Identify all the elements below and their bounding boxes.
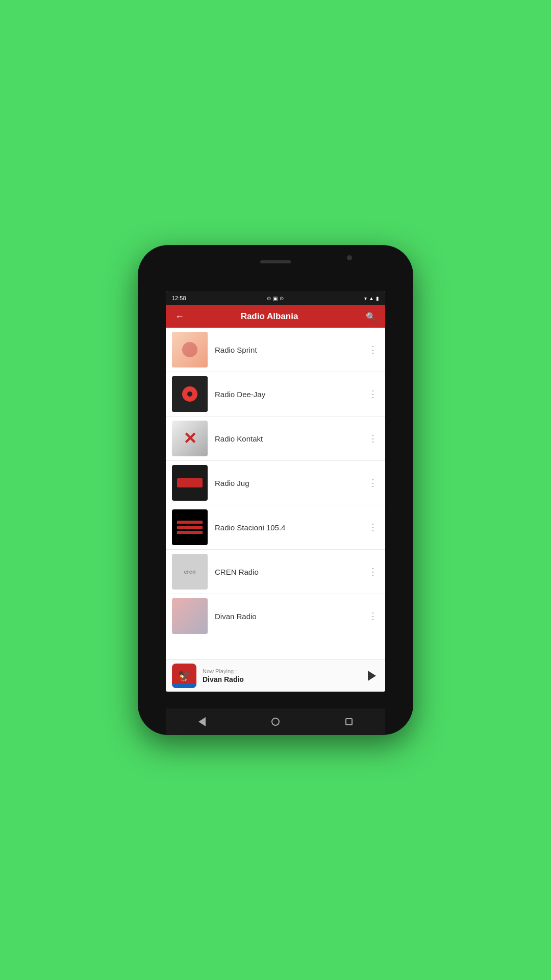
station-menu-button[interactable]: ⋮: [366, 431, 379, 446]
station-menu-button[interactable]: ⋮: [366, 520, 379, 535]
status-icons: ⊙ ▣ ⊙: [267, 296, 284, 301]
phone-frame: 12:58 ⊙ ▣ ⊙ ▾ ▲ ▮ ← Radio Albania 🔍: [138, 245, 413, 735]
status-time: 12:58: [172, 295, 186, 301]
station-menu-button[interactable]: ⋮: [366, 475, 379, 491]
station-thumbnail: cren: [172, 554, 208, 590]
station-name: Radio Dee-Jay: [215, 390, 366, 399]
now-playing-app-icon: 🦅: [172, 664, 196, 688]
now-playing-station: Divan Radio: [203, 675, 363, 683]
nav-home-icon: [271, 718, 280, 726]
station-menu-button[interactable]: ⋮: [366, 564, 379, 579]
app-bar: ← Radio Albania 🔍: [166, 305, 385, 328]
station-thumbnail: [172, 376, 208, 412]
thumbnail-image: [172, 465, 208, 501]
icon-stripe: [172, 684, 196, 688]
thumbnail-image: cren: [172, 554, 208, 590]
station-menu-button[interactable]: ⋮: [366, 608, 379, 624]
nav-back-icon: [198, 717, 206, 726]
app-bar-title: Radio Albania: [191, 311, 347, 322]
station-thumbnail: [172, 598, 208, 634]
play-icon: [368, 671, 376, 681]
station-item[interactable]: cren CREN Radio ⋮: [166, 550, 385, 594]
station-thumbnail: [172, 332, 208, 368]
navigation-bar: [166, 708, 385, 735]
wifi-icon: ▾: [364, 296, 367, 301]
now-playing-bar[interactable]: 🦅 Now Playing : Divan Radio: [166, 659, 385, 692]
station-name: CREN Radio: [215, 568, 366, 576]
station-thumbnail: [172, 421, 208, 456]
station-thumbnail: [172, 465, 208, 501]
eagle-icon: 🦅: [178, 670, 191, 682]
notification-icon: ⊙: [267, 296, 271, 301]
station-name: Radio Stacioni 105.4: [215, 523, 366, 532]
station-item[interactable]: Divan Radio ⋮: [166, 594, 385, 638]
play-button[interactable]: [363, 668, 379, 684]
station-menu-button[interactable]: ⋮: [366, 386, 379, 402]
now-playing-label: Now Playing :: [203, 668, 363, 674]
back-button[interactable]: ←: [172, 308, 187, 325]
thumbnail-image: [172, 509, 208, 545]
station-thumbnail: [172, 509, 208, 545]
sd-card-icon: ▣: [273, 296, 278, 301]
station-item[interactable]: Radio Stacioni 105.4 ⋮: [166, 505, 385, 550]
now-playing-text: Now Playing : Divan Radio: [203, 668, 363, 683]
status-bar: 12:58 ⊙ ▣ ⊙ ▾ ▲ ▮: [166, 291, 385, 305]
thumbnail-image: [172, 421, 208, 456]
thumbnail-image: [172, 598, 208, 634]
phone-camera: [347, 255, 352, 260]
nav-back-button[interactable]: [193, 712, 211, 731]
nav-recent-icon: [345, 718, 353, 725]
thumbnail-image: [172, 376, 208, 412]
signal-icon: ▲: [369, 296, 374, 301]
phone-screen: 12:58 ⊙ ▣ ⊙ ▾ ▲ ▮ ← Radio Albania 🔍: [166, 291, 385, 692]
station-item[interactable]: Radio Kontakt ⋮: [166, 416, 385, 461]
sync-icon: ⊙: [280, 296, 284, 301]
now-playing-icon: 🦅: [172, 664, 196, 688]
station-list: Radio Sprint ⋮ Radio Dee-Jay ⋮ Radio Kon…: [166, 328, 385, 659]
nav-home-button[interactable]: [266, 713, 285, 731]
thumbnail-image: [172, 332, 208, 368]
station-menu-button[interactable]: ⋮: [366, 342, 379, 357]
station-item[interactable]: Radio Sprint ⋮: [166, 328, 385, 372]
station-item[interactable]: Radio Dee-Jay ⋮: [166, 372, 385, 416]
search-button[interactable]: 🔍: [363, 309, 379, 325]
battery-icon: ▮: [376, 296, 379, 301]
station-name: Radio Jug: [215, 479, 366, 487]
nav-recent-button[interactable]: [340, 713, 358, 730]
station-name: Divan Radio: [215, 612, 366, 621]
status-right-icons: ▾ ▲ ▮: [364, 296, 379, 301]
station-item[interactable]: Radio Jug ⋮: [166, 461, 385, 505]
phone-speaker: [260, 260, 291, 263]
station-name: Radio Kontakt: [215, 434, 366, 443]
station-name: Radio Sprint: [215, 346, 366, 354]
